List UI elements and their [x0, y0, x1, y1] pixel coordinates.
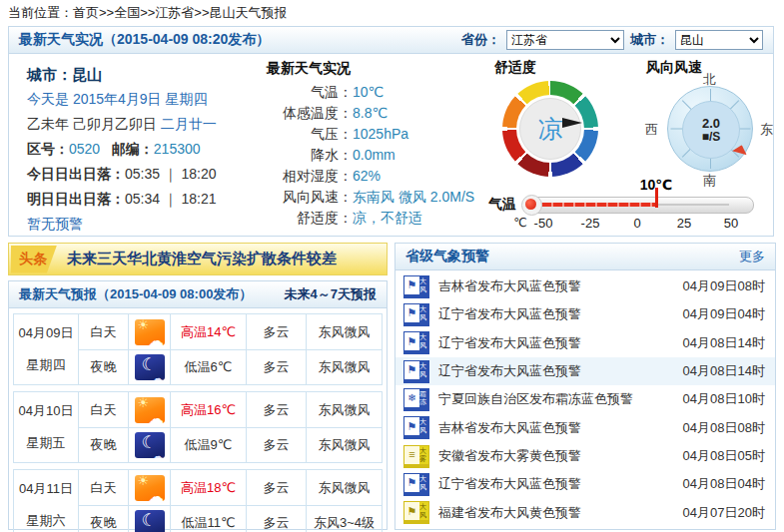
headline-link[interactable]: 未来三天华北黄淮空气污染扩散条件较差	[67, 250, 337, 268]
province-select[interactable]: 江苏省	[506, 30, 624, 50]
compass-south-label: 南	[703, 172, 716, 190]
scale-tick: 0	[633, 216, 640, 231]
warning-item[interactable]: ⚑大风 吉林省发布大风蓝色预警 04月08日08时	[395, 414, 775, 442]
lunar-text: 乙未年 己卯月乙卯日	[27, 116, 161, 132]
wind-cell: 东风3~4级	[306, 505, 382, 532]
sunrise-tomorrow-line: 明日日出日落：05:34 ｜ 18:21	[27, 187, 262, 212]
wind-warning-icon: ⚑大风	[403, 275, 429, 298]
thermometer-scale: ℃ -50 -25 0 25 50	[522, 216, 752, 230]
compass-west-label: 西	[645, 121, 658, 139]
compass-east-label: 东	[760, 121, 773, 139]
moon-cloud-icon	[135, 432, 165, 458]
high-temp-cell: 高温16℃	[170, 392, 246, 427]
warning-text: 吉林省发布大风蓝色预警	[438, 277, 683, 295]
forecast-date-cell: 04月10日 星期五	[14, 392, 78, 462]
warning-item[interactable]: ⚑大风 辽宁省发布大风蓝色预警 04月08日14时	[395, 329, 775, 357]
scale-tick: 25	[677, 216, 691, 231]
warnings-header: 省级气象预警 更多	[395, 244, 775, 270]
future-forecast-link[interactable]: 未来4～7天预报	[285, 285, 377, 303]
forecast-title: 最新天气预报（2015-04-09 08:00发布）	[19, 285, 252, 303]
weather-text-cell: 多云	[246, 505, 306, 532]
wind-cell: 东风微风	[306, 470, 382, 505]
area-zip-line: 区号：0520 邮编：215300	[27, 137, 262, 162]
sunrise-tomorrow-label: 明日日出日落：	[27, 191, 125, 207]
provincial-warnings-panel: 省级气象预警 更多 ⚑大风 吉林省发布大风蓝色预警 04月09日08时 ⚑大风 …	[394, 243, 776, 530]
warning-time: 04月08日05时	[683, 447, 765, 465]
headline-badge: 头条	[11, 246, 57, 273]
breadcrumb-path[interactable]: 首页>>全国>>江苏省>>昆山天气预报	[73, 5, 288, 20]
sunrise-today-label: 今日日出日落：	[27, 166, 125, 182]
period-cell: 夜晚	[78, 505, 128, 532]
weather-text-cell: 多云	[246, 470, 306, 505]
period-cell: 夜晚	[78, 427, 128, 462]
sunrise-today-line: 今日日出日落：05:35 ｜ 18:20	[27, 162, 262, 187]
forecast-weekday: 星期六	[27, 512, 66, 530]
warning-text: 福建省发布大风黄色预警	[438, 504, 683, 522]
forecast-date: 04月11日	[19, 480, 73, 498]
forecast-day-block: 04月11日 星期六 白天 高温18℃ 多云 东风微风 夜晚 低温11℃ 多云 …	[13, 469, 383, 532]
warning-text: 辽宁省发布大风蓝色预警	[438, 362, 683, 380]
wind-speed-value: 2.0	[702, 116, 720, 131]
sun-cloud-icon	[135, 319, 165, 345]
frost-warning-icon: ❄霜冻	[403, 388, 429, 411]
comfort-gauge-center: 凉	[519, 98, 581, 160]
warning-item[interactable]: ⚑大风 福建省发布大风黄色预警 04月07日20时	[395, 499, 775, 527]
city-select[interactable]: 昆山	[675, 30, 763, 50]
no-warning-link[interactable]: 暂无预警	[27, 216, 83, 232]
lunar-calendar-link[interactable]: 二月廿一	[161, 116, 217, 132]
forecast-header: 最新天气预报（2015-04-09 08:00发布） 未来4～7天预报	[9, 281, 387, 308]
warning-time: 04月08日08时	[683, 419, 765, 437]
wind-cell: 东风微风	[306, 427, 382, 462]
forecast-panel: 最新天气预报（2015-04-09 08:00发布） 未来4～7天预报 04月0…	[8, 280, 388, 530]
wind-warning-icon: ⚑大风	[403, 303, 429, 326]
moon-cloud-icon	[135, 510, 165, 532]
thermometer-fill	[531, 203, 657, 207]
condition-row-feels-like: 体感温度：8.8℃	[267, 104, 488, 122]
warnings-title: 省级气象预警	[405, 248, 489, 266]
city-label: 城市：	[630, 31, 669, 49]
weather-text-cell: 多云	[246, 349, 306, 384]
thermometer-bulb-icon	[521, 195, 542, 216]
warning-time: 04月09日08时	[683, 277, 765, 295]
thermometer-marker-line	[655, 188, 658, 208]
forecast-date: 04月09日	[19, 324, 74, 342]
area-code-value: 0520	[69, 141, 100, 157]
warning-item[interactable]: ⚑大风 吉林省发布大风蓝色预警 04月09日08时	[395, 272, 775, 300]
warning-time: 04月08日04时	[683, 475, 765, 493]
weather-icon-cell	[128, 427, 170, 462]
weather-icon-cell	[128, 470, 170, 505]
condition-row-comfort: 舒适度：凉，不舒适	[267, 209, 488, 227]
province-label: 省份：	[461, 31, 500, 49]
more-link[interactable]: 更多	[739, 248, 765, 266]
forecast-weekday: 星期四	[27, 356, 66, 374]
forecast-day-block: 04月09日 星期四 白天 高温14℃ 多云 东风微风 夜晚 低温6℃ 多云 东…	[13, 313, 383, 385]
warning-item[interactable]: ≡大雾 安徽省发布大雾黄色预警 04月08日05时	[395, 442, 775, 470]
warning-item[interactable]: ⚑大风 辽宁省发布大风蓝色预警 04月08日04时	[395, 470, 775, 498]
comfort-gauge: 凉	[502, 81, 598, 177]
period-cell: 夜晚	[78, 349, 128, 384]
wind-cell: 东风微风	[306, 392, 382, 427]
wind-warning-icon: ⚑大风	[403, 473, 429, 496]
headline-bar: 头条 未来三天华北黄淮空气污染扩散条件较差	[8, 243, 388, 275]
scale-tick: -25	[581, 216, 600, 231]
breadcrumb: 当前位置：首页>>全国>>江苏省>>昆山天气预报	[8, 4, 288, 22]
wind-cell: 东风微风	[306, 349, 382, 384]
condition-row-pressure: 气压：1025hPa	[267, 125, 488, 143]
condition-row-precipitation: 降水：0.0mm	[267, 146, 488, 164]
warning-time: 04月08日14时	[683, 334, 765, 352]
weather-text-cell: 多云	[246, 427, 306, 462]
thermometer-label: 气温	[488, 196, 516, 214]
weather-icon-cell	[128, 505, 170, 532]
zip-label: 邮编：	[112, 141, 154, 157]
today-date-line: 今天是 2015年4月9日 星期四	[27, 87, 262, 112]
weather-icon-cell	[128, 314, 170, 349]
warning-item[interactable]: ⚑大风 辽宁省发布大风蓝色预警 04月09日04时	[395, 300, 775, 328]
warning-item[interactable]: ⚑大风 辽宁省发布大风蓝色预警 04月08日14时	[395, 357, 775, 385]
weather-text-cell: 多云	[246, 314, 306, 349]
condition-row-humidity: 相对湿度：62%	[267, 167, 488, 185]
weather-text-cell: 多云	[246, 392, 306, 427]
warning-text: 宁夏回族自治区发布霜冻蓝色预警	[438, 390, 683, 408]
zip-value: 215300	[154, 141, 201, 157]
thermometer-rest	[657, 204, 729, 206]
warning-item[interactable]: ❄霜冻 宁夏回族自治区发布霜冻蓝色预警 04月08日10时	[395, 385, 775, 413]
